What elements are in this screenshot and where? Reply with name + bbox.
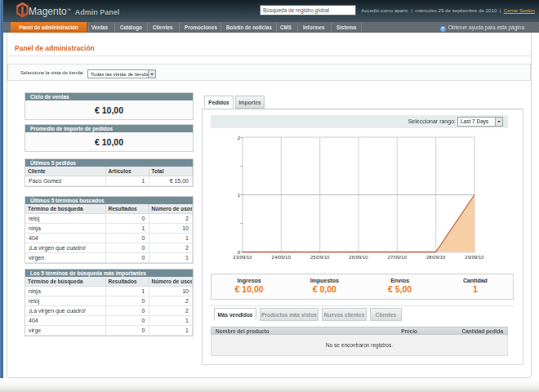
svg-text:29/09/10: 29/09/10 [465,255,484,260]
svg-text:1: 1 [238,193,241,198]
svg-text:27/09/10: 27/09/10 [388,255,408,260]
svg-text:2: 2 [238,136,241,140]
svg-text:24/09/10: 24/09/10 [272,255,292,260]
svg-text:28/09/10: 28/09/10 [426,255,446,260]
svg-text:23/09/10: 23/09/10 [233,255,252,260]
svg-text:26/09/10: 26/09/10 [349,255,368,260]
svg-text:25/09/10: 25/09/10 [310,255,330,260]
